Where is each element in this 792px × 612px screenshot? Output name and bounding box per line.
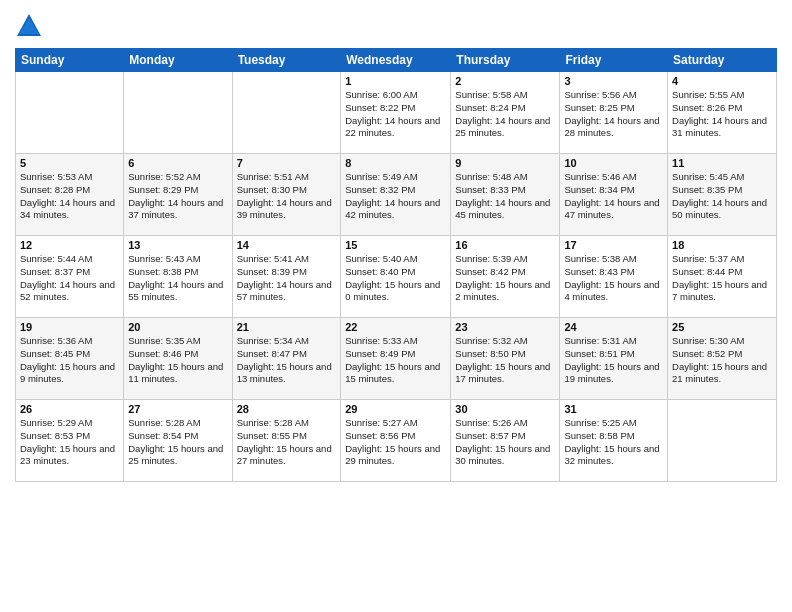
- calendar-day-31: 31Sunrise: 5:25 AM Sunset: 8:58 PM Dayli…: [560, 400, 668, 482]
- day-info: Sunrise: 5:55 AM Sunset: 8:26 PM Dayligh…: [672, 89, 772, 140]
- day-number: 27: [128, 403, 227, 415]
- day-info: Sunrise: 5:43 AM Sunset: 8:38 PM Dayligh…: [128, 253, 227, 304]
- calendar-day-10: 10Sunrise: 5:46 AM Sunset: 8:34 PM Dayli…: [560, 154, 668, 236]
- calendar-day-21: 21Sunrise: 5:34 AM Sunset: 8:47 PM Dayli…: [232, 318, 341, 400]
- calendar-day-empty: [668, 400, 777, 482]
- svg-marker-1: [19, 18, 39, 34]
- day-info: Sunrise: 5:31 AM Sunset: 8:51 PM Dayligh…: [564, 335, 663, 386]
- day-number: 7: [237, 157, 337, 169]
- calendar-day-16: 16Sunrise: 5:39 AM Sunset: 8:42 PM Dayli…: [451, 236, 560, 318]
- calendar-header-thursday: Thursday: [451, 49, 560, 72]
- calendar-day-7: 7Sunrise: 5:51 AM Sunset: 8:30 PM Daylig…: [232, 154, 341, 236]
- day-info: Sunrise: 5:53 AM Sunset: 8:28 PM Dayligh…: [20, 171, 119, 222]
- logo: [15, 10, 43, 40]
- header: [15, 10, 777, 40]
- day-info: Sunrise: 5:27 AM Sunset: 8:56 PM Dayligh…: [345, 417, 446, 468]
- calendar-day-26: 26Sunrise: 5:29 AM Sunset: 8:53 PM Dayli…: [16, 400, 124, 482]
- calendar-header-saturday: Saturday: [668, 49, 777, 72]
- day-number: 20: [128, 321, 227, 333]
- day-number: 11: [672, 157, 772, 169]
- day-number: 19: [20, 321, 119, 333]
- day-number: 9: [455, 157, 555, 169]
- day-number: 31: [564, 403, 663, 415]
- calendar-day-11: 11Sunrise: 5:45 AM Sunset: 8:35 PM Dayli…: [668, 154, 777, 236]
- day-info: Sunrise: 5:48 AM Sunset: 8:33 PM Dayligh…: [455, 171, 555, 222]
- calendar-day-13: 13Sunrise: 5:43 AM Sunset: 8:38 PM Dayli…: [124, 236, 232, 318]
- day-number: 5: [20, 157, 119, 169]
- day-info: Sunrise: 5:28 AM Sunset: 8:54 PM Dayligh…: [128, 417, 227, 468]
- day-info: Sunrise: 5:36 AM Sunset: 8:45 PM Dayligh…: [20, 335, 119, 386]
- day-number: 29: [345, 403, 446, 415]
- day-info: Sunrise: 5:46 AM Sunset: 8:34 PM Dayligh…: [564, 171, 663, 222]
- day-info: Sunrise: 5:52 AM Sunset: 8:29 PM Dayligh…: [128, 171, 227, 222]
- day-info: Sunrise: 5:28 AM Sunset: 8:55 PM Dayligh…: [237, 417, 337, 468]
- day-info: Sunrise: 5:56 AM Sunset: 8:25 PM Dayligh…: [564, 89, 663, 140]
- day-info: Sunrise: 5:40 AM Sunset: 8:40 PM Dayligh…: [345, 253, 446, 304]
- calendar-header-tuesday: Tuesday: [232, 49, 341, 72]
- calendar-day-1: 1Sunrise: 6:00 AM Sunset: 8:22 PM Daylig…: [341, 72, 451, 154]
- day-number: 1: [345, 75, 446, 87]
- page: SundayMondayTuesdayWednesdayThursdayFrid…: [0, 0, 792, 612]
- day-number: 24: [564, 321, 663, 333]
- day-info: Sunrise: 5:39 AM Sunset: 8:42 PM Dayligh…: [455, 253, 555, 304]
- day-number: 17: [564, 239, 663, 251]
- calendar-week-1: 1Sunrise: 6:00 AM Sunset: 8:22 PM Daylig…: [16, 72, 777, 154]
- calendar-day-15: 15Sunrise: 5:40 AM Sunset: 8:40 PM Dayli…: [341, 236, 451, 318]
- day-number: 30: [455, 403, 555, 415]
- calendar-header-friday: Friday: [560, 49, 668, 72]
- calendar-day-2: 2Sunrise: 5:58 AM Sunset: 8:24 PM Daylig…: [451, 72, 560, 154]
- day-info: Sunrise: 5:44 AM Sunset: 8:37 PM Dayligh…: [20, 253, 119, 304]
- day-info: Sunrise: 5:26 AM Sunset: 8:57 PM Dayligh…: [455, 417, 555, 468]
- calendar-day-28: 28Sunrise: 5:28 AM Sunset: 8:55 PM Dayli…: [232, 400, 341, 482]
- calendar-day-27: 27Sunrise: 5:28 AM Sunset: 8:54 PM Dayli…: [124, 400, 232, 482]
- day-number: 6: [128, 157, 227, 169]
- day-number: 23: [455, 321, 555, 333]
- day-info: Sunrise: 5:45 AM Sunset: 8:35 PM Dayligh…: [672, 171, 772, 222]
- day-info: Sunrise: 5:35 AM Sunset: 8:46 PM Dayligh…: [128, 335, 227, 386]
- calendar-day-19: 19Sunrise: 5:36 AM Sunset: 8:45 PM Dayli…: [16, 318, 124, 400]
- calendar-day-3: 3Sunrise: 5:56 AM Sunset: 8:25 PM Daylig…: [560, 72, 668, 154]
- calendar-day-29: 29Sunrise: 5:27 AM Sunset: 8:56 PM Dayli…: [341, 400, 451, 482]
- day-number: 12: [20, 239, 119, 251]
- calendar-day-20: 20Sunrise: 5:35 AM Sunset: 8:46 PM Dayli…: [124, 318, 232, 400]
- calendar-day-25: 25Sunrise: 5:30 AM Sunset: 8:52 PM Dayli…: [668, 318, 777, 400]
- day-info: Sunrise: 5:38 AM Sunset: 8:43 PM Dayligh…: [564, 253, 663, 304]
- day-info: Sunrise: 5:32 AM Sunset: 8:50 PM Dayligh…: [455, 335, 555, 386]
- calendar-day-23: 23Sunrise: 5:32 AM Sunset: 8:50 PM Dayli…: [451, 318, 560, 400]
- calendar-day-8: 8Sunrise: 5:49 AM Sunset: 8:32 PM Daylig…: [341, 154, 451, 236]
- day-number: 22: [345, 321, 446, 333]
- day-number: 26: [20, 403, 119, 415]
- calendar-header-monday: Monday: [124, 49, 232, 72]
- calendar-header-wednesday: Wednesday: [341, 49, 451, 72]
- calendar-week-4: 19Sunrise: 5:36 AM Sunset: 8:45 PM Dayli…: [16, 318, 777, 400]
- day-number: 4: [672, 75, 772, 87]
- calendar: SundayMondayTuesdayWednesdayThursdayFrid…: [15, 48, 777, 482]
- day-number: 15: [345, 239, 446, 251]
- day-info: Sunrise: 5:34 AM Sunset: 8:47 PM Dayligh…: [237, 335, 337, 386]
- calendar-header-row: SundayMondayTuesdayWednesdayThursdayFrid…: [16, 49, 777, 72]
- calendar-day-4: 4Sunrise: 5:55 AM Sunset: 8:26 PM Daylig…: [668, 72, 777, 154]
- day-number: 8: [345, 157, 446, 169]
- day-number: 3: [564, 75, 663, 87]
- day-info: Sunrise: 5:30 AM Sunset: 8:52 PM Dayligh…: [672, 335, 772, 386]
- calendar-day-6: 6Sunrise: 5:52 AM Sunset: 8:29 PM Daylig…: [124, 154, 232, 236]
- day-number: 10: [564, 157, 663, 169]
- calendar-week-5: 26Sunrise: 5:29 AM Sunset: 8:53 PM Dayli…: [16, 400, 777, 482]
- calendar-day-9: 9Sunrise: 5:48 AM Sunset: 8:33 PM Daylig…: [451, 154, 560, 236]
- calendar-day-12: 12Sunrise: 5:44 AM Sunset: 8:37 PM Dayli…: [16, 236, 124, 318]
- calendar-day-30: 30Sunrise: 5:26 AM Sunset: 8:57 PM Dayli…: [451, 400, 560, 482]
- day-info: Sunrise: 5:25 AM Sunset: 8:58 PM Dayligh…: [564, 417, 663, 468]
- calendar-day-empty: [16, 72, 124, 154]
- calendar-day-empty: [232, 72, 341, 154]
- calendar-header-sunday: Sunday: [16, 49, 124, 72]
- day-number: 14: [237, 239, 337, 251]
- day-info: Sunrise: 5:33 AM Sunset: 8:49 PM Dayligh…: [345, 335, 446, 386]
- day-info: Sunrise: 5:29 AM Sunset: 8:53 PM Dayligh…: [20, 417, 119, 468]
- day-number: 16: [455, 239, 555, 251]
- day-info: Sunrise: 5:51 AM Sunset: 8:30 PM Dayligh…: [237, 171, 337, 222]
- calendar-day-22: 22Sunrise: 5:33 AM Sunset: 8:49 PM Dayli…: [341, 318, 451, 400]
- day-info: Sunrise: 5:41 AM Sunset: 8:39 PM Dayligh…: [237, 253, 337, 304]
- day-number: 25: [672, 321, 772, 333]
- calendar-week-3: 12Sunrise: 5:44 AM Sunset: 8:37 PM Dayli…: [16, 236, 777, 318]
- calendar-day-5: 5Sunrise: 5:53 AM Sunset: 8:28 PM Daylig…: [16, 154, 124, 236]
